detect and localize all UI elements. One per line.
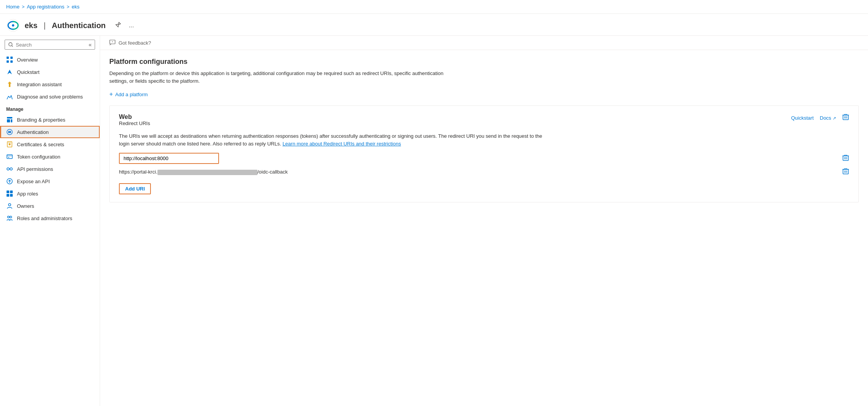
sidebar-item-diagnose[interactable]: Diagnose and solve problems	[0, 90, 100, 103]
svg-rect-23	[7, 190, 9, 193]
svg-rect-5	[10, 57, 13, 59]
svg-point-18	[7, 168, 9, 170]
page-title: Authentication	[52, 21, 106, 30]
web-card-header: Web Redirect URIs Quickstart Docs ↗	[119, 114, 849, 131]
sidebar-approles-label: App roles	[17, 191, 38, 197]
uri-input-1[interactable]	[119, 153, 219, 164]
platform-config-title: Platform configurations	[109, 58, 859, 66]
web-card-titles: Web Redirect URIs	[119, 114, 150, 131]
add-platform-button[interactable]: + Add a platform	[109, 91, 148, 98]
manage-section-label: Manage	[0, 103, 100, 114]
sidebar-item-owners[interactable]: Owners	[0, 200, 100, 212]
feedback-bar: Got feedback?	[100, 36, 868, 50]
sidebar-item-certificates[interactable]: Certificates & secrets	[0, 138, 100, 150]
uri-suffix: /oidc-callback	[258, 169, 288, 175]
sidebar-item-expose[interactable]: Expose an API	[0, 175, 100, 187]
search-box[interactable]: «	[5, 40, 95, 50]
sidebar-item-api[interactable]: API permissions	[0, 163, 100, 175]
sidebar-certificates-label: Certificates & secrets	[17, 142, 64, 147]
header-icons: ...	[114, 20, 135, 31]
diagnose-icon	[6, 93, 13, 100]
learn-more-text: Learn more about Redirect URIs and their…	[283, 141, 401, 147]
svg-rect-26	[10, 194, 13, 197]
learn-more-link[interactable]: Learn more about Redirect URIs and their…	[283, 141, 401, 147]
search-input[interactable]	[16, 42, 86, 48]
svg-rect-8	[7, 117, 12, 119]
branding-icon	[6, 116, 13, 123]
api-icon	[6, 165, 13, 172]
web-docs-button[interactable]: Docs ↗	[820, 115, 836, 121]
web-card-delete-button[interactable]	[842, 114, 849, 122]
uri-row-2: https://portal-krci. /oidc-callback	[119, 168, 849, 176]
feedback-text[interactable]: Got feedback?	[119, 40, 151, 46]
docs-label: Docs	[820, 115, 831, 121]
main-content: Got feedback? Platform configurations De…	[100, 36, 868, 406]
add-uri-button[interactable]: Add URI	[119, 183, 151, 194]
roles-icon	[6, 215, 13, 222]
sidebar-item-overview[interactable]: Overview	[0, 53, 100, 66]
sidebar-item-roles[interactable]: Roles and administrators	[0, 212, 100, 224]
uri-delete-button-1[interactable]	[842, 154, 849, 163]
svg-rect-6	[7, 60, 9, 63]
uri-text-2: https://portal-krci. /oidc-callback	[119, 169, 842, 175]
ellipsis-icon: ...	[129, 22, 134, 28]
approles-icon	[6, 190, 13, 197]
page-header: eks | Authentication ...	[0, 14, 868, 36]
svg-point-1	[12, 24, 14, 27]
breadcrumb-app-registrations[interactable]: App registrations	[27, 4, 65, 10]
external-link-icon: ↗	[833, 116, 836, 120]
sidebar-item-integration[interactable]: Integration assistant	[0, 78, 100, 90]
sidebar-item-token[interactable]: Token configuration	[0, 150, 100, 163]
owners-icon	[6, 202, 13, 209]
svg-rect-7	[10, 60, 13, 63]
add-platform-plus-icon: +	[109, 91, 113, 98]
quickstart-icon	[6, 69, 13, 75]
sidebar-item-quickstart[interactable]: Quickstart	[0, 66, 100, 78]
uri-delete-button-2[interactable]	[842, 168, 849, 176]
svg-point-28	[8, 216, 10, 218]
search-icon	[8, 42, 13, 47]
breadcrumb-sep2: >	[67, 4, 69, 10]
sidebar-overview-label: Overview	[17, 57, 38, 63]
pin-button[interactable]	[114, 20, 123, 31]
trash-icon	[842, 114, 849, 120]
sidebar-item-authentication[interactable]: Authentication	[0, 126, 100, 138]
redirect-desc: The URIs we will accept as destinations …	[119, 132, 542, 147]
sidebar-expose-label: Expose an API	[17, 179, 50, 184]
web-card-actions: Quickstart Docs ↗	[791, 114, 849, 122]
web-card: Web Redirect URIs Quickstart Docs ↗	[109, 105, 859, 202]
sidebar-item-branding[interactable]: Branding & properties	[0, 114, 100, 126]
collapse-icon[interactable]: «	[89, 42, 92, 48]
uri-row-1	[119, 153, 849, 164]
breadcrumb-current[interactable]: eks	[72, 4, 79, 10]
add-platform-label: Add a platform	[115, 92, 148, 97]
svg-point-29	[10, 216, 12, 218]
svg-point-13	[9, 144, 11, 145]
svg-point-27	[8, 204, 11, 206]
svg-rect-24	[10, 190, 13, 193]
trash-icon-uri2	[842, 168, 849, 175]
svg-rect-10	[11, 119, 12, 122]
sidebar-token-label: Token configuration	[17, 154, 60, 160]
svg-rect-25	[7, 194, 9, 197]
header-divider: |	[43, 21, 45, 30]
pin-icon	[115, 22, 121, 28]
sidebar-diagnose-label: Diagnose and solve problems	[17, 94, 83, 100]
web-quickstart-button[interactable]: Quickstart	[791, 115, 814, 121]
svg-point-32	[112, 42, 113, 42]
web-card-title: Web	[119, 114, 150, 120]
integration-icon	[6, 81, 13, 88]
breadcrumb-home[interactable]: Home	[6, 4, 20, 10]
sidebar-authentication-label: Authentication	[17, 129, 49, 135]
breadcrumb-sep1: >	[22, 4, 25, 10]
sidebar-roles-label: Roles and administrators	[17, 216, 72, 221]
web-card-subtitle: Redirect URIs	[119, 120, 150, 126]
sidebar-item-approles[interactable]: App roles	[0, 187, 100, 200]
breadcrumb: Home > App registrations > eks	[0, 0, 868, 14]
certificates-icon	[6, 141, 13, 148]
more-options-button[interactable]: ...	[127, 20, 135, 30]
svg-point-19	[10, 168, 12, 170]
token-icon	[6, 153, 13, 160]
sidebar-search-container: «	[0, 36, 100, 53]
main-layout: « Overview Quickstart Integration assist…	[0, 36, 868, 406]
